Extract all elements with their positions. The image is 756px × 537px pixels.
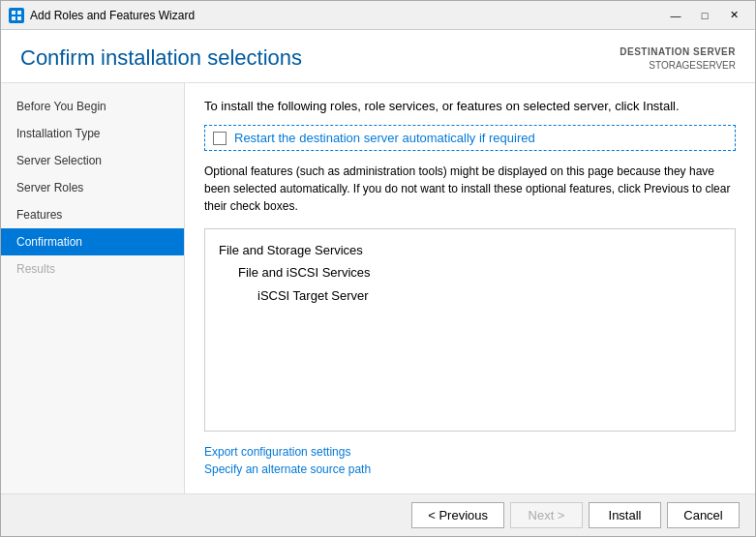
restart-label: Restart the destination server automatic… [234, 131, 535, 145]
restart-checkbox[interactable] [213, 132, 227, 145]
optional-text: Optional features (such as administratio… [204, 163, 736, 215]
window-title: Add Roles and Features Wizard [30, 9, 662, 22]
sidebar-item-server-roles[interactable]: Server Roles [1, 174, 184, 201]
server-name: STORAGESERVER [620, 59, 736, 73]
svg-rect-3 [17, 16, 21, 20]
svg-rect-2 [12, 16, 15, 20]
close-button[interactable]: ✕ [720, 6, 747, 25]
install-message: To install the following roles, role ser… [204, 99, 736, 113]
sidebar-item-before-you-begin[interactable]: Before You Begin [1, 93, 184, 120]
sidebar-item-confirmation[interactable]: Confirmation [1, 228, 184, 255]
sidebar-item-server-selection[interactable]: Server Selection [1, 147, 184, 174]
wizard-window: Add Roles and Features Wizard — □ ✕ Conf… [0, 0, 756, 537]
features-box: File and Storage Services File and iSCSI… [204, 228, 736, 432]
main-wrapper: Confirm installation selections DESTINAT… [1, 30, 755, 493]
sidebar-item-results: Results [1, 255, 184, 283]
cancel-button[interactable]: Cancel [667, 502, 740, 528]
feature-file-storage: File and Storage Services [219, 239, 721, 261]
footer: < Previous Next > Install Cancel [1, 493, 755, 536]
install-button[interactable]: Install [589, 502, 661, 528]
window-controls: — □ ✕ [662, 6, 747, 25]
restart-checkbox-row[interactable]: Restart the destination server automatic… [204, 125, 736, 151]
page-title: Confirm installation selections [20, 45, 302, 71]
svg-rect-1 [17, 11, 21, 15]
sidebar-item-features[interactable]: Features [1, 201, 184, 228]
destination-label: DESTINATION SERVER [620, 45, 736, 59]
sidebar: Before You Begin Installation Type Serve… [1, 83, 185, 493]
title-bar: Add Roles and Features Wizard — □ ✕ [1, 1, 755, 30]
alternate-source-link[interactable]: Specify an alternate source path [204, 462, 736, 476]
minimize-button[interactable]: — [662, 6, 689, 25]
body-area: Before You Begin Installation Type Serve… [1, 83, 755, 493]
destination-server-info: DESTINATION SERVER STORAGESERVER [620, 45, 736, 73]
header-section: Confirm installation selections DESTINAT… [1, 30, 755, 83]
app-icon [9, 8, 24, 23]
export-config-link[interactable]: Export configuration settings [204, 445, 736, 459]
feature-iscsi-target: iSCSI Target Server [219, 284, 721, 307]
next-button[interactable]: Next > [510, 502, 583, 528]
maximize-button[interactable]: □ [691, 6, 718, 25]
svg-rect-0 [12, 11, 15, 15]
previous-button[interactable]: < Previous [411, 502, 504, 528]
main-content: To install the following roles, role ser… [185, 83, 755, 493]
feature-file-iscsi: File and iSCSI Services [219, 261, 721, 283]
sidebar-item-installation-type[interactable]: Installation Type [1, 120, 184, 147]
